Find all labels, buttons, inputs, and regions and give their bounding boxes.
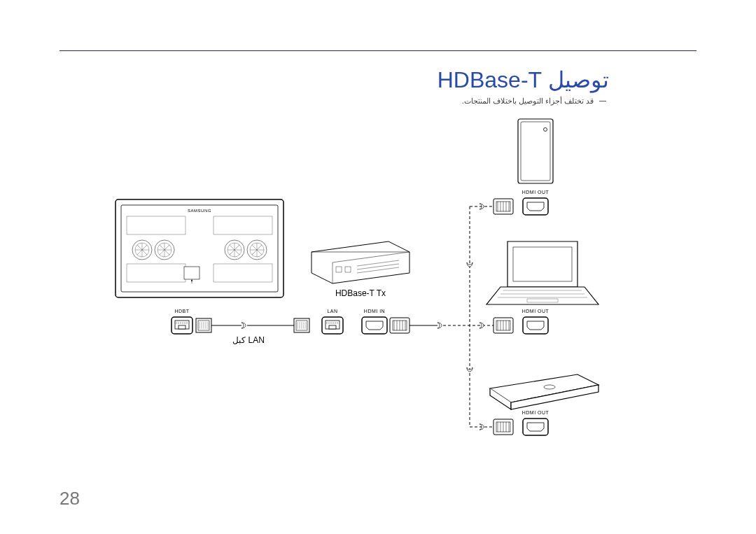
pc-tower-icon <box>518 119 553 183</box>
svg-rect-89 <box>513 247 572 281</box>
hdmi-plug-icon <box>493 419 513 435</box>
svg-rect-47 <box>329 325 336 329</box>
hdbt-port-icon: HDBT <box>172 309 192 334</box>
hdmi-out-port-icon: HDMI OUT <box>522 410 550 435</box>
top-rule <box>59 50 696 51</box>
tx-hdmi-in-port-icon: HDMI IN <box>362 309 387 334</box>
hdbt-label: HDBT <box>174 309 189 314</box>
lan-cable-label: كبل LAN <box>232 335 265 345</box>
hdbaset-tx-device-icon <box>312 241 410 283</box>
brand-label: SAMSUNG <box>188 209 211 213</box>
txbox-label: HDBase-T Tx <box>335 288 386 298</box>
hdmi-plug-icon <box>493 199 513 214</box>
hdmi-out-label: HDMI OUT <box>522 410 550 415</box>
cable-break-icon <box>241 323 246 328</box>
tx-lan-port-icon: LAN <box>322 309 343 334</box>
svg-rect-14 <box>184 267 200 279</box>
note-dash-icon <box>599 101 606 101</box>
connection-diagram: SAMSUNG HDBT <box>59 115 612 465</box>
note-text: قد تختلف أجزاء التوصيل باختلاف المنتجات. <box>462 97 594 106</box>
note-row: قد تختلف أجزاء التوصيل باختلاف المنتجات. <box>462 97 609 106</box>
lan-plug-right-icon <box>294 318 309 332</box>
hdmi-plug-icon <box>493 318 513 333</box>
hdmi-out-label: HDMI OUT <box>522 309 550 314</box>
svg-rect-93 <box>527 299 558 302</box>
svg-rect-41 <box>345 267 351 272</box>
hdmi-in-label: HDMI IN <box>364 309 385 314</box>
hdmi-out-port-icon: HDMI OUT <box>522 309 550 334</box>
page-number: 28 <box>59 488 80 510</box>
lan-plug-left-icon <box>196 318 211 332</box>
hdmi-out-label: HDMI OUT <box>522 190 550 195</box>
cable-break-icon <box>438 323 442 328</box>
cable-break-icon <box>467 367 472 372</box>
laptop-icon <box>486 241 598 304</box>
svg-rect-40 <box>336 267 342 272</box>
svg-rect-19 <box>178 325 186 329</box>
svg-point-94 <box>544 385 555 389</box>
lan-label: LAN <box>327 309 337 314</box>
hdmi-out-port-icon: HDMI OUT <box>522 190 550 215</box>
page-title: توصيل HDBase-T <box>438 66 609 93</box>
hdmi-plug-tx-icon <box>390 318 410 333</box>
display-device-icon: SAMSUNG <box>115 199 284 297</box>
player-device-icon <box>490 374 598 409</box>
svg-point-88 <box>544 128 547 132</box>
